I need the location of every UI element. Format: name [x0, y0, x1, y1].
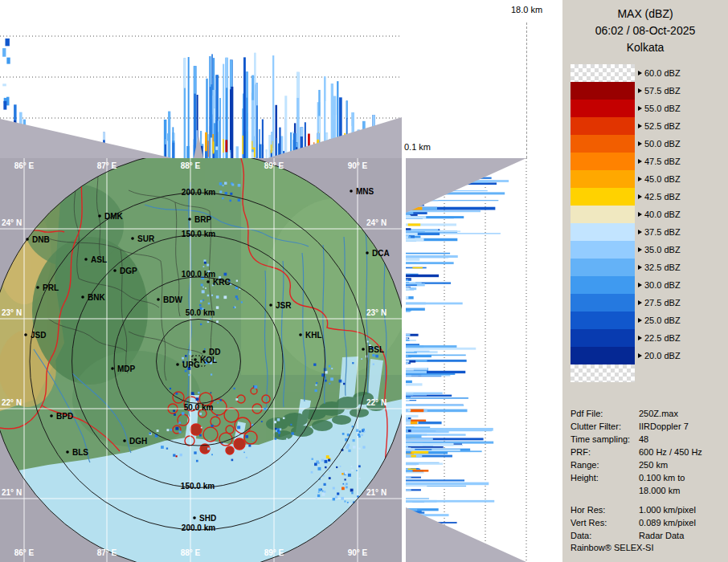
echo-bar-intense — [223, 139, 224, 153]
echo-bar — [243, 57, 246, 158]
legend-tick-icon — [638, 230, 642, 234]
echo-speckle — [333, 498, 335, 500]
legend-tick-icon — [638, 265, 642, 270]
echo-speckle — [174, 413, 176, 416]
echo-bar-intense — [411, 455, 416, 458]
radar-map-panel[interactable]: DMKBRPMNSDNBSURDCAASLDGPKRCPRLBNKBDWJSRJ… — [0, 158, 402, 562]
info-label: PRF: — [571, 446, 639, 458]
echo-speckle — [277, 418, 280, 421]
echo-bar — [406, 477, 411, 479]
latitude-label: 22° N — [2, 398, 22, 407]
legend-entry: 37.5 dBZ — [571, 223, 681, 241]
echo-speckle — [246, 457, 247, 458]
echo-speckle — [238, 184, 241, 187]
echo-speckle — [231, 459, 234, 462]
legend-tick-icon — [638, 318, 642, 323]
echo-speckle — [329, 383, 330, 385]
echo-speckle — [315, 389, 317, 392]
legend-panel: MAX (dBZ) 06:02 / 08-Oct-2025 Kolkata 60… — [562, 0, 728, 562]
echo-speckle — [359, 478, 361, 479]
city-dot — [366, 251, 369, 255]
echo-bar — [406, 360, 409, 363]
echo-bar-intense — [408, 223, 420, 226]
radar-map[interactable]: DMKBRPMNSDNBSURDCAASLDGPKRCPRLBNKBDWJSRJ… — [0, 158, 402, 562]
legend-tick-icon — [638, 88, 642, 93]
info-row: Vert Res:0.089 km/pixel — [571, 516, 726, 529]
echo-bar — [406, 238, 424, 241]
echo-bar — [218, 120, 219, 132]
echo-speckle — [211, 393, 212, 394]
echo-bar — [165, 138, 166, 144]
echo-speckle — [185, 355, 186, 356]
echo-speckle — [351, 470, 354, 472]
echo-bar — [406, 345, 423, 348]
station-name: Kolkata — [562, 39, 728, 56]
legend-label: 55.0 dBZ — [644, 104, 681, 113]
legend-entry: 30.0 dBZ — [571, 276, 681, 294]
echo-speckle — [322, 491, 324, 492]
echo-bar — [236, 146, 239, 158]
echo-bar — [324, 76, 325, 101]
legend-label: 60.0 dBZ — [644, 68, 681, 78]
legend-label: 20.0 dBZ — [644, 351, 681, 360]
echo-bar — [406, 443, 412, 445]
echo-speckle — [291, 432, 293, 434]
echo-bar — [209, 56, 211, 87]
info-row: Height:0.100 km to 18.000 km — [571, 471, 726, 497]
longitude-label: 88° E — [181, 548, 201, 557]
legend-entry: 20.0 dBZ — [571, 347, 681, 364]
echo-speckle — [373, 364, 374, 365]
echo-speckle — [254, 385, 257, 389]
legend-entry: 22.5 dBZ — [571, 329, 681, 347]
echo-speckle — [353, 446, 355, 448]
echo-speckle — [224, 182, 227, 185]
info-row: Data:Radar Data — [571, 529, 726, 542]
echo-speckle — [264, 408, 266, 410]
echo-bar — [172, 143, 174, 158]
echo-speckle — [208, 303, 211, 305]
echo-bar — [188, 57, 190, 158]
vertical-projection-side-panel — [406, 158, 562, 562]
echo-speckle — [207, 264, 209, 267]
echo-speckle — [286, 438, 288, 440]
legend-entry: 47.5 dBZ — [571, 153, 681, 170]
echo-speckle — [230, 193, 232, 195]
echo-bar — [406, 287, 410, 290]
echo-bar-intense — [411, 422, 417, 424]
echo-speckle — [182, 357, 184, 360]
echo-speckle — [361, 434, 363, 437]
echo-speckle — [331, 368, 333, 369]
echo-speckle — [348, 474, 351, 477]
radar-app-window: 18.0 km 0.1 km — [0, 0, 728, 562]
echo-speckle — [325, 371, 328, 374]
echo-speckle — [229, 200, 231, 202]
range-ring-label: 150.0 km — [181, 482, 215, 491]
city-label: PRL — [43, 283, 59, 292]
echo-speckle — [342, 381, 345, 383]
echo-speckle — [274, 421, 276, 423]
product-datetime: 06:02 / 08-Oct-2025 — [562, 22, 728, 39]
city-label: DMK — [104, 212, 124, 221]
info-value: 0.100 km to 18.000 km — [639, 471, 685, 497]
legend-entry — [571, 364, 681, 382]
echo-speckle — [188, 374, 190, 376]
echo-speckle — [211, 295, 213, 296]
echo-bar — [406, 489, 411, 491]
echo-speckle — [233, 307, 235, 308]
echo-speckle — [316, 382, 317, 384]
echo-speckle — [224, 273, 227, 276]
echo-bar — [406, 428, 493, 431]
echo-bar — [406, 284, 417, 286]
echo-bar — [406, 303, 426, 305]
legend-swatch — [571, 223, 635, 241]
legend-entry: 52.5 dBZ — [571, 117, 681, 135]
echo-bar — [406, 470, 412, 471]
legend-entry: 55.0 dBZ — [571, 100, 681, 117]
echo-speckle — [322, 493, 325, 496]
echo-speckle — [347, 502, 349, 503]
city-dot — [36, 286, 39, 289]
info-label: Vert Res: — [571, 516, 639, 529]
echo-speckle — [241, 301, 243, 303]
echo-bar — [276, 138, 277, 158]
city-label: BSL — [368, 345, 384, 354]
